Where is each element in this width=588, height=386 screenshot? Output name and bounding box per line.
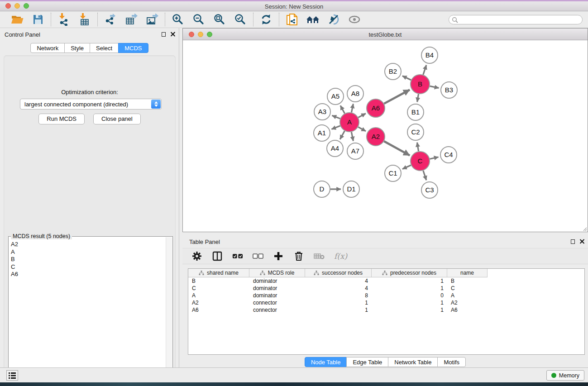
graph-node-B1[interactable]: B1 <box>407 104 424 120</box>
mcds-result-item[interactable]: A6 <box>11 271 165 278</box>
memory-button[interactable]: Memory <box>546 370 584 381</box>
delete-column-icon[interactable] <box>293 251 304 262</box>
svg-text:C4: C4 <box>444 151 453 158</box>
float-table-panel-icon[interactable] <box>571 239 575 244</box>
mcds-panel: Optimization criterion: largest connecte… <box>4 55 176 386</box>
svg-text:A: A <box>347 118 352 126</box>
search-input[interactable] <box>449 15 583 24</box>
column-header-MCDS-role[interactable]: MCDS role <box>249 269 305 277</box>
settings-gear-icon[interactable] <box>191 251 202 262</box>
column-header-successor-nodes[interactable]: successor nodes <box>305 269 372 277</box>
optimization-criterion-label: Optimization criterion: <box>4 89 175 95</box>
cell: A2 <box>188 300 249 306</box>
graph-node-C2[interactable]: C2 <box>407 124 424 140</box>
deselect-all-icon[interactable] <box>253 251 263 262</box>
graph-node-C4[interactable]: C4 <box>440 147 457 163</box>
export-image-icon[interactable] <box>145 13 159 26</box>
graph-node-A7[interactable]: A7 <box>347 143 363 159</box>
zoom-fit-icon[interactable] <box>213 13 226 26</box>
table-row[interactable]: Cdominator41C <box>188 285 584 292</box>
task-history-button[interactable] <box>6 370 18 381</box>
float-panel-icon[interactable] <box>162 32 166 37</box>
graph-node-B3[interactable]: B3 <box>441 82 457 98</box>
cell: A6 <box>188 307 249 313</box>
tab-style[interactable]: Style <box>64 43 90 53</box>
graph-node-C3[interactable]: C3 <box>421 182 438 198</box>
cell: connector <box>249 300 305 306</box>
delete-table-icon[interactable] <box>314 251 325 262</box>
graph-node-B2[interactable]: B2 <box>385 63 401 80</box>
save-session-icon[interactable] <box>31 13 45 26</box>
add-column-icon[interactable] <box>273 251 284 262</box>
function-builder-icon[interactable]: f(x) <box>334 252 347 261</box>
attribute-type-icon <box>199 271 204 276</box>
svg-text:A3: A3 <box>318 108 326 115</box>
home-icon[interactable] <box>306 13 320 26</box>
graph-node-B[interactable]: B <box>411 75 430 94</box>
graph-node-A8[interactable]: A8 <box>347 86 363 102</box>
cell: 4 <box>305 278 372 284</box>
search-icon <box>452 17 458 23</box>
tab-edge-table[interactable]: Edge Table <box>346 357 388 367</box>
column-header-name[interactable]: name <box>447 269 488 277</box>
column-header-shared-name[interactable]: shared name <box>188 269 249 277</box>
tab-select[interactable]: Select <box>90 43 119 53</box>
network-window-titlebar[interactable]: testGlobe.txt <box>183 29 588 40</box>
tab-mcds[interactable]: MCDS <box>118 43 148 53</box>
import-network-icon[interactable] <box>57 13 71 26</box>
graph-node-B4[interactable]: B4 <box>421 47 438 63</box>
table-row[interactable]: A6connector11A6 <box>188 306 584 314</box>
graph-node-D1[interactable]: D1 <box>343 181 359 197</box>
zoom-in-icon[interactable] <box>171 13 185 26</box>
eye-icon[interactable] <box>348 13 361 26</box>
table-row[interactable]: A2connector11A2 <box>188 299 584 306</box>
mcds-result-item[interactable]: A2 <box>11 241 165 248</box>
network-canvas[interactable]: AA1A2A3A4A5A6A7A8BB1B2B3B4CC1C2C3C4DD1 <box>183 40 588 232</box>
close-table-panel-icon[interactable] <box>579 239 584 244</box>
close-panel-icon[interactable] <box>170 32 175 37</box>
table-row[interactable]: Adominator80A <box>188 292 584 299</box>
tab-node-table[interactable]: Node Table <box>305 357 347 367</box>
scrollbar-track[interactable] <box>166 237 172 386</box>
tab-network[interactable]: Network <box>30 43 65 53</box>
export-network-icon[interactable] <box>104 13 117 26</box>
svg-text:C3: C3 <box>425 186 434 194</box>
mcds-result-item[interactable]: A <box>11 248 165 256</box>
run-mcds-button[interactable]: Run MCDS <box>38 114 85 124</box>
svg-text:A5: A5 <box>331 92 339 100</box>
select-all-icon[interactable] <box>232 251 243 262</box>
zoom-selected-icon[interactable] <box>234 13 247 26</box>
open-session-icon[interactable] <box>10 13 24 26</box>
zoom-out-icon[interactable] <box>192 13 206 26</box>
split-view-icon[interactable] <box>212 251 223 262</box>
resize-grip[interactable] <box>582 226 587 231</box>
graph-edge-A6-B <box>384 90 410 104</box>
graph-node-C[interactable]: C <box>411 152 430 171</box>
refresh-icon[interactable] <box>259 13 273 26</box>
graph-node-A[interactable]: A <box>340 113 359 132</box>
duplicate-network-icon[interactable] <box>285 13 299 26</box>
tab-motifs[interactable]: Motifs <box>437 357 466 367</box>
column-header-predecessor-nodes[interactable]: predecessor nodes <box>372 269 447 277</box>
graph-node-A4[interactable]: A4 <box>327 140 343 157</box>
svg-text:A6: A6 <box>372 104 380 112</box>
graph-node-C1[interactable]: C1 <box>385 165 401 181</box>
graph-node-A2[interactable]: A2 <box>367 128 385 146</box>
export-table-icon[interactable] <box>124 13 138 26</box>
criterion-dropdown[interactable]: largest connected component (directed) <box>20 99 162 110</box>
cell: A6 <box>447 307 488 313</box>
cell: 1 <box>372 307 447 313</box>
mcds-result-item[interactable]: B <box>11 256 165 263</box>
table-row[interactable]: Bdominator41B <box>188 277 584 285</box>
hide-graphics-details-icon[interactable] <box>327 13 340 26</box>
tab-network-table[interactable]: Network Table <box>388 357 438 367</box>
graph-node-D[interactable]: D <box>314 181 330 197</box>
graph-node-A3[interactable]: A3 <box>314 104 330 120</box>
close-panel-button[interactable]: Close panel <box>93 114 141 124</box>
memory-status-icon <box>551 373 556 378</box>
mcds-result-item[interactable]: C <box>11 263 165 271</box>
graph-node-A1[interactable]: A1 <box>314 125 330 141</box>
graph-node-A5[interactable]: A5 <box>327 88 344 105</box>
import-table-icon[interactable] <box>78 13 91 26</box>
graph-node-A6[interactable]: A6 <box>367 99 385 117</box>
